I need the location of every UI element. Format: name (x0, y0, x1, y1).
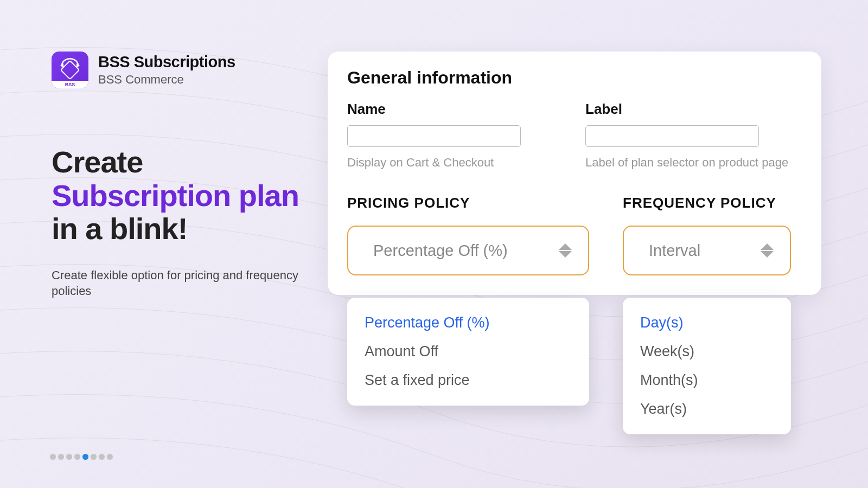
frequency-selected-text: Interval (649, 242, 700, 260)
label-hint: Label of plan selector on product page (585, 156, 802, 170)
label-input[interactable] (585, 125, 759, 147)
hero-subtext: Create flexible option for pricing and f… (52, 267, 301, 299)
frequency-dropdown: Day(s) Week(s) Month(s) Year(s) (623, 298, 791, 434)
frequency-option[interactable]: Day(s) (623, 309, 791, 337)
app-subtitle: BSS Commerce (98, 73, 235, 87)
stepper-icon (761, 243, 774, 258)
pricing-select[interactable]: Percentage Off (%) (347, 226, 589, 275)
app-title: BSS Subscriptions (98, 53, 235, 71)
pricing-policy-heading: PRICING POLICY (347, 195, 589, 211)
pricing-option[interactable]: Percentage Off (%) (347, 309, 589, 337)
form-card: General information Name Display on Cart… (328, 52, 821, 295)
pricing-option[interactable]: Amount Off (347, 337, 589, 366)
carousel-dots (50, 454, 113, 460)
carousel-dot[interactable] (91, 454, 97, 460)
carousel-dot[interactable] (74, 454, 80, 460)
carousel-dot[interactable] (82, 454, 88, 460)
card-title: General information (347, 68, 802, 88)
hero-heading: Create Subscription plan in a blink! (52, 145, 301, 246)
label-label: Label (585, 101, 802, 118)
carousel-dot[interactable] (99, 454, 105, 460)
pricing-selected-text: Percentage Off (%) (373, 242, 508, 260)
frequency-policy-heading: FREQUENCY POLICY (623, 195, 791, 211)
pricing-dropdown: Percentage Off (%) Amount Off Set a fixe… (347, 298, 589, 406)
frequency-option[interactable]: Week(s) (623, 337, 791, 366)
carousel-dot[interactable] (50, 454, 56, 460)
app-icon: BSS (52, 52, 88, 88)
carousel-dot[interactable] (107, 454, 113, 460)
name-hint: Display on Cart & Checkout (347, 156, 564, 170)
frequency-select[interactable]: Interval (623, 226, 791, 275)
carousel-dot[interactable] (58, 454, 64, 460)
carousel-dot[interactable] (66, 454, 72, 460)
frequency-option[interactable]: Year(s) (623, 395, 791, 423)
name-label: Name (347, 101, 564, 118)
app-header: BSS BSS Subscriptions BSS Commerce (52, 52, 301, 88)
frequency-option[interactable]: Month(s) (623, 366, 791, 395)
name-input[interactable] (347, 125, 521, 147)
pricing-option[interactable]: Set a fixed price (347, 366, 589, 395)
stepper-icon (559, 243, 572, 258)
